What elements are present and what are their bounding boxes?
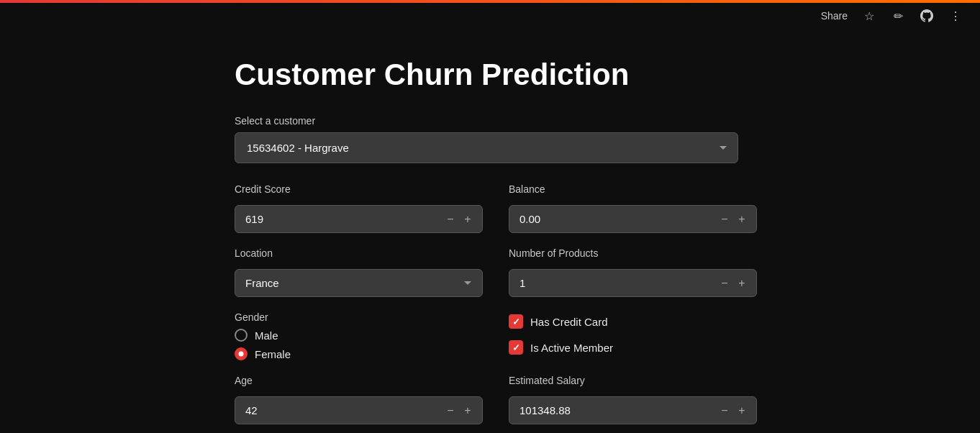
page-title: Customer Churn Prediction xyxy=(235,58,980,92)
age-controls: − + xyxy=(442,399,482,422)
gender-male-radio[interactable] xyxy=(235,329,248,342)
is-active-member-label: Is Active Member xyxy=(530,342,613,354)
balance-input[interactable] xyxy=(509,206,716,232)
estimated-salary-controls: − + xyxy=(716,399,756,422)
customer-select-wrapper: Select a customer 15634602 - Hargrave xyxy=(235,115,738,163)
gender-radio-group: Male Female xyxy=(235,329,483,360)
credit-score-field: Credit Score − + xyxy=(235,183,483,233)
age-decrement[interactable]: − xyxy=(442,399,459,422)
has-credit-card-option[interactable]: Has Credit Card xyxy=(509,314,757,329)
form-row-1: Credit Score − + Balance − + xyxy=(235,183,980,233)
estimated-salary-decrement[interactable]: − xyxy=(716,399,733,422)
has-credit-card-checkbox[interactable] xyxy=(509,314,523,329)
estimated-salary-input-wrapper: − + xyxy=(509,396,757,424)
top-bar xyxy=(0,0,980,3)
customer-select-label: Select a customer xyxy=(235,115,738,127)
age-increment[interactable]: + xyxy=(459,399,476,422)
customer-select[interactable]: 15634602 - Hargrave xyxy=(235,132,738,163)
form-row-3: Gender Male Female Has Credit Card xyxy=(235,311,980,360)
checkboxes-section: Has Credit Card Is Active Member xyxy=(509,311,757,355)
num-products-field: Number of Products − + xyxy=(509,247,757,297)
age-input[interactable] xyxy=(235,397,442,424)
form-row-2: Location France Spain Germany Number of … xyxy=(235,247,980,297)
github-icon[interactable] xyxy=(917,6,937,26)
gender-female-option[interactable]: Female xyxy=(235,347,483,360)
main-content: Customer Churn Prediction Select a custo… xyxy=(0,0,980,433)
estimated-salary-field: Estimated Salary − + xyxy=(509,375,757,424)
balance-input-wrapper: − + xyxy=(509,205,757,233)
form-row-4: Age − + Estimated Salary − + xyxy=(235,375,980,424)
gender-female-label: Female xyxy=(255,348,291,360)
checkboxes-group: Has Credit Card Is Active Member xyxy=(509,314,757,355)
estimated-salary-label: Estimated Salary xyxy=(509,375,757,386)
credit-score-input[interactable] xyxy=(235,206,442,232)
star-icon[interactable]: ☆ xyxy=(859,6,879,26)
gender-section: Gender Male Female xyxy=(235,311,483,360)
credit-score-increment[interactable]: + xyxy=(459,208,476,231)
balance-field: Balance − + xyxy=(509,183,757,233)
estimated-salary-increment[interactable]: + xyxy=(733,399,750,422)
share-label[interactable]: Share xyxy=(821,10,848,22)
balance-decrement[interactable]: − xyxy=(716,208,733,231)
credit-score-decrement[interactable]: − xyxy=(442,208,459,231)
credit-score-label: Credit Score xyxy=(235,183,483,195)
num-products-controls: − + xyxy=(716,272,756,295)
num-products-input[interactable] xyxy=(509,270,716,296)
num-products-label: Number of Products xyxy=(509,247,757,259)
age-field: Age − + xyxy=(235,375,483,424)
location-field: Location France Spain Germany xyxy=(235,247,483,297)
gender-male-label: Male xyxy=(255,329,278,342)
num-products-increment[interactable]: + xyxy=(733,272,750,295)
is-active-member-checkbox[interactable] xyxy=(509,340,523,355)
estimated-salary-input[interactable] xyxy=(509,397,716,424)
num-products-input-wrapper: − + xyxy=(509,269,757,297)
gender-male-option[interactable]: Male xyxy=(235,329,483,342)
has-credit-card-label: Has Credit Card xyxy=(530,316,608,328)
edit-icon[interactable]: ✏ xyxy=(888,6,908,26)
balance-label: Balance xyxy=(509,183,757,195)
credit-score-input-wrapper: − + xyxy=(235,205,483,233)
location-select[interactable]: France Spain Germany xyxy=(235,269,483,297)
more-options-icon[interactable]: ⋮ xyxy=(945,6,966,26)
gender-female-radio[interactable] xyxy=(235,347,248,360)
age-label: Age xyxy=(235,375,483,386)
balance-increment[interactable]: + xyxy=(733,208,750,231)
age-input-wrapper: − + xyxy=(235,396,483,424)
location-label: Location xyxy=(235,247,483,259)
balance-controls: − + xyxy=(716,208,756,231)
is-active-member-option[interactable]: Is Active Member xyxy=(509,340,757,355)
credit-score-controls: − + xyxy=(442,208,482,231)
gender-label: Gender xyxy=(235,311,483,323)
num-products-decrement[interactable]: − xyxy=(716,272,733,295)
header-actions: Share ☆ ✏ ⋮ xyxy=(807,0,980,32)
